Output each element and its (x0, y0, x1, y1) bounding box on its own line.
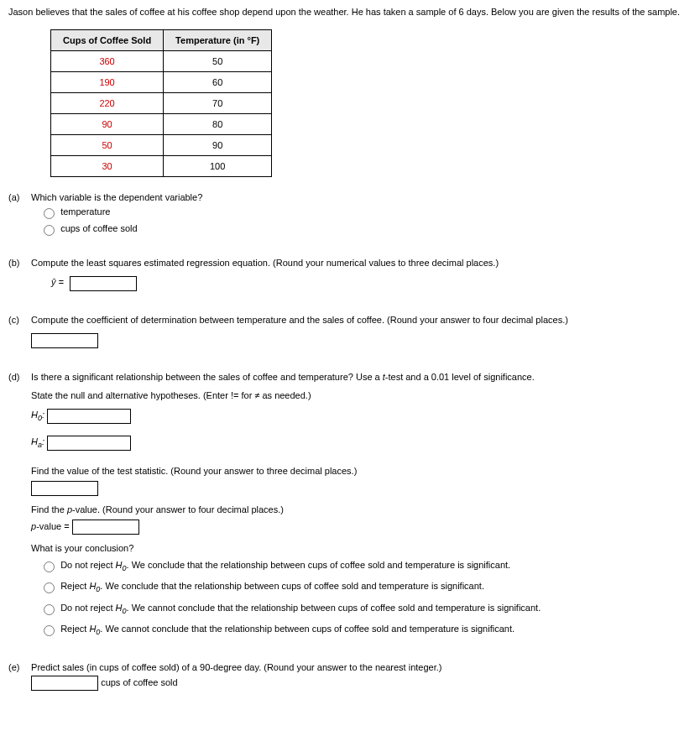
conclusion-2: Reject H0. We conclude that the relation… (60, 581, 484, 591)
cell: 90 (164, 134, 272, 155)
conclusion-1: Do not reject H0. We conclude that the r… (60, 560, 510, 570)
part-c: (c) Compute the coefficient of determina… (8, 315, 692, 353)
cell: 190 (51, 71, 164, 92)
ha-input[interactable] (47, 436, 131, 451)
radio-temperature[interactable] (44, 208, 55, 219)
tstat-question: Find the value of the test statistic. (R… (31, 466, 689, 476)
option-temperature: temperature (60, 206, 110, 216)
part-d-label: (d) (8, 372, 29, 382)
cell: 50 (51, 134, 164, 155)
part-d: (d) Is there a significant relationship … (8, 372, 692, 644)
part-a-label: (a) (8, 192, 29, 202)
pvalue-input[interactable] (72, 520, 139, 535)
table-row: 50 90 (51, 134, 272, 155)
radio-conclusion-4[interactable] (44, 625, 55, 636)
conclusion-4: Reject H0. We cannot conclude that the r… (60, 624, 515, 634)
cell: 50 (164, 50, 272, 71)
col-header-temp: Temperature (in °F) (164, 29, 272, 50)
radio-conclusion-2[interactable] (44, 582, 55, 593)
h0-label: H0: (31, 410, 44, 420)
pvalue-question: Find the p-value. (Round your answer to … (31, 504, 689, 514)
regression-equation-input[interactable] (70, 276, 137, 291)
h0-input[interactable] (47, 409, 131, 424)
test-statistic-input[interactable] (31, 481, 98, 496)
radio-conclusion-1[interactable] (44, 561, 55, 572)
cell: 80 (164, 113, 272, 134)
col-header-cups: Cups of Coffee Sold (51, 29, 164, 50)
pvalue-label: p-value = (31, 520, 70, 530)
table-row: 190 60 (51, 71, 272, 92)
table-row: 360 50 (51, 50, 272, 71)
yhat-label: ŷ = (51, 277, 64, 287)
radio-cups[interactable] (44, 225, 55, 236)
predict-unit: cups of coffee sold (101, 677, 178, 687)
cell: 70 (164, 92, 272, 113)
intro-text: Jason believes that the sales of coffee … (8, 5, 692, 19)
part-a: (a) Which variable is the dependent vari… (8, 192, 692, 239)
conclusion-3: Do not reject H0. We cannot conclude tha… (60, 603, 541, 613)
table-row: 30 100 (51, 155, 272, 176)
cell: 90 (51, 113, 164, 134)
part-c-label: (c) (8, 315, 29, 325)
cell: 60 (164, 71, 272, 92)
predict-sales-input[interactable] (31, 676, 98, 691)
data-table: Cups of Coffee Sold Temperature (in °F) … (50, 29, 272, 177)
part-c-question: Compute the coefficient of determination… (31, 315, 568, 325)
part-d-q1: Is there a significant relationship betw… (31, 372, 535, 382)
ha-label: Ha: (31, 436, 44, 446)
option-cups: cups of coffee sold (60, 222, 138, 232)
cell: 100 (164, 155, 272, 176)
table-row: 90 80 (51, 113, 272, 134)
radio-conclusion-3[interactable] (44, 604, 55, 615)
part-e: (e) Predict sales (in cups of coffee sol… (8, 662, 692, 691)
part-b-question: Compute the least squares estimated regr… (31, 258, 499, 268)
coefficient-determination-input[interactable] (31, 333, 98, 348)
cell: 220 (51, 92, 164, 113)
table-row: 220 70 (51, 92, 272, 113)
conclusion-question: What is your conclusion? (31, 543, 689, 553)
part-e-question: Predict sales (in cups of coffee sold) o… (31, 662, 441, 672)
cell: 360 (51, 50, 164, 71)
part-a-question: Which variable is the dependent variable… (31, 192, 202, 202)
part-e-label: (e) (8, 662, 29, 672)
cell: 30 (51, 155, 164, 176)
part-d-q2: State the null and alternative hypothese… (31, 390, 689, 400)
part-b: (b) Compute the least squares estimated … (8, 258, 692, 296)
part-b-label: (b) (8, 258, 29, 268)
